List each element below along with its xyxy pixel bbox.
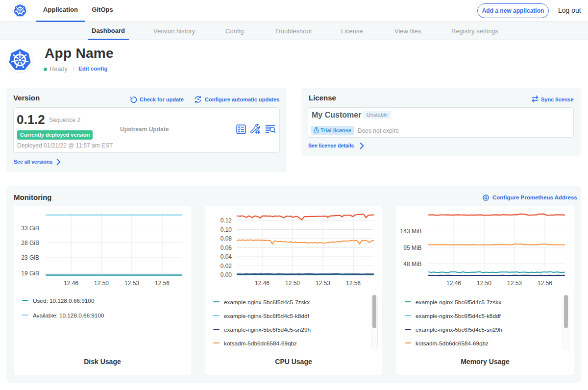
svg-text:0.06: 0.06 — [220, 244, 232, 251]
svg-text:12:56: 12:56 — [155, 280, 170, 287]
svg-text:12:53: 12:53 — [124, 280, 139, 287]
svg-text:12:56: 12:56 — [538, 280, 552, 287]
svg-text:0.10: 0.10 — [220, 226, 232, 233]
svg-text:0.12: 0.12 — [220, 217, 232, 224]
svg-text:12:50: 12:50 — [94, 280, 109, 287]
svg-text:0.04: 0.04 — [220, 253, 232, 260]
svg-text:12:46: 12:46 — [64, 280, 78, 287]
svg-text:12:53: 12:53 — [316, 280, 330, 287]
svg-text:143 MiB: 143 MiB — [400, 228, 422, 235]
svg-text:95 MiB: 95 MiB — [403, 244, 421, 251]
svg-text:0.08: 0.08 — [220, 235, 232, 242]
svg-text:12:50: 12:50 — [477, 280, 491, 287]
svg-text:0.00: 0.00 — [220, 271, 232, 278]
svg-text:19 GiB: 19 GiB — [21, 270, 39, 277]
svg-text:33 GiB: 33 GiB — [21, 225, 39, 232]
svg-text:48 MiB: 48 MiB — [403, 261, 421, 268]
svg-text:12:53: 12:53 — [507, 280, 522, 287]
svg-text:12:50: 12:50 — [285, 280, 300, 287]
svg-text:12:46: 12:46 — [255, 280, 270, 287]
svg-text:0.02: 0.02 — [220, 263, 232, 269]
svg-text:28 GiB: 28 GiB — [21, 240, 39, 246]
svg-text:12:56: 12:56 — [346, 280, 361, 287]
svg-text:12:46: 12:46 — [446, 280, 461, 287]
svg-text:23 GiB: 23 GiB — [21, 254, 39, 261]
